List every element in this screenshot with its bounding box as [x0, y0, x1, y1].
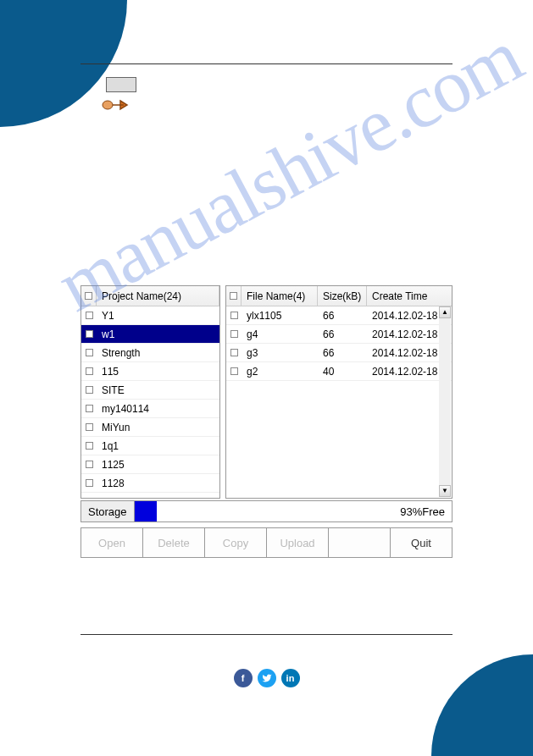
- upload-button[interactable]: Upload: [267, 528, 329, 557]
- svg-point-0: [103, 101, 113, 109]
- scroll-down-icon[interactable]: ▼: [439, 485, 451, 497]
- file-size: 66: [318, 347, 367, 359]
- scroll-up-icon[interactable]: ▲: [439, 306, 451, 318]
- project-name: w1: [97, 328, 219, 340]
- file-checkbox[interactable]: [226, 330, 242, 338]
- file-name: g4: [242, 328, 318, 340]
- project-name: MiYun: [97, 422, 219, 433]
- storage-label: Storage: [81, 501, 135, 521]
- file-list-panel: File Name(4) Size(kB) Create Time ylx110…: [225, 285, 452, 499]
- top-divider: [81, 63, 452, 64]
- project-row[interactable]: MiYun: [81, 418, 219, 437]
- project-name: 1128: [97, 477, 219, 489]
- project-header[interactable]: Project Name(24): [97, 286, 219, 306]
- project-row[interactable]: SITE: [81, 381, 219, 400]
- project-checkbox[interactable]: [81, 349, 97, 356]
- project-row[interactable]: 1128: [81, 474, 219, 493]
- file-name: g3: [242, 347, 318, 359]
- project-row[interactable]: 1q1: [81, 437, 219, 455]
- project-checkbox[interactable]: [81, 405, 97, 412]
- storage-used-segment: [135, 501, 157, 521]
- storage-bar: Storage 93%Free: [81, 500, 452, 522]
- file-size: 40: [318, 366, 367, 378]
- twitter-icon[interactable]: [258, 669, 276, 687]
- project-row[interactable]: w1: [81, 325, 219, 344]
- file-name: g2: [242, 366, 318, 378]
- project-checkbox[interactable]: [81, 423, 97, 431]
- project-checkbox[interactable]: [81, 330, 97, 338]
- linkedin-icon[interactable]: in: [281, 669, 300, 687]
- file-name: ylx1105: [242, 310, 318, 322]
- project-name: 1q1: [97, 440, 219, 452]
- project-row[interactable]: Strength: [81, 344, 219, 362]
- project-row[interactable]: my140114: [81, 400, 219, 418]
- project-row[interactable]: 115: [81, 362, 219, 381]
- project-row[interactable]: Y1: [81, 306, 219, 325]
- file-checkall[interactable]: [226, 286, 242, 306]
- project-row[interactable]: 1125: [81, 455, 219, 474]
- slot-placeholder: [106, 77, 136, 92]
- file-manager-window: Project Name(24) Y1w1Strength115SITEmy14…: [81, 285, 452, 558]
- project-name: Strength: [97, 347, 219, 359]
- quit-button[interactable]: Quit: [391, 528, 452, 557]
- storage-free-text: 93%Free: [400, 505, 452, 518]
- open-button[interactable]: Open: [81, 528, 143, 557]
- file-row[interactable]: g3662014.12.02-18: [226, 344, 452, 362]
- file-header-size[interactable]: Size(kB): [318, 286, 367, 306]
- file-scrollbar[interactable]: ▲ ▼: [439, 306, 451, 497]
- blank-button: [329, 528, 391, 557]
- project-name: Y1: [97, 310, 219, 322]
- file-row[interactable]: g4662014.12.02-18: [226, 325, 452, 344]
- file-row[interactable]: g2402014.12.02-18: [226, 362, 452, 381]
- file-row[interactable]: ylx1105662014.12.02-18: [226, 306, 452, 325]
- facebook-icon[interactable]: f: [234, 669, 253, 687]
- project-checkbox[interactable]: [81, 461, 97, 468]
- file-size: 66: [318, 328, 367, 340]
- project-name: SITE: [97, 384, 219, 396]
- project-list-panel: Project Name(24) Y1w1Strength115SITEmy14…: [81, 285, 220, 499]
- project-checkbox[interactable]: [81, 479, 97, 487]
- file-header-name[interactable]: File Name(4): [242, 286, 318, 306]
- project-name: 1125: [97, 459, 219, 471]
- project-name: my140114: [97, 403, 219, 415]
- file-checkbox[interactable]: [226, 312, 242, 319]
- project-checkbox[interactable]: [81, 386, 97, 394]
- delete-button[interactable]: Delete: [143, 528, 205, 557]
- file-header-time[interactable]: Create Time: [367, 286, 452, 306]
- file-checkbox[interactable]: [226, 349, 242, 356]
- project-checkbox[interactable]: [81, 312, 97, 319]
- bottom-divider: [81, 634, 452, 635]
- file-checkbox[interactable]: [226, 367, 242, 375]
- project-checkall[interactable]: [81, 286, 97, 306]
- toolbar: Open Delete Copy Upload Quit: [81, 527, 452, 558]
- pointing-hand-icon: [102, 97, 136, 113]
- social-bar: f in: [81, 669, 452, 687]
- file-size: 66: [318, 310, 367, 322]
- project-checkbox[interactable]: [81, 367, 97, 375]
- project-checkbox[interactable]: [81, 442, 97, 450]
- copy-button[interactable]: Copy: [205, 528, 267, 557]
- project-name: 115: [97, 366, 219, 378]
